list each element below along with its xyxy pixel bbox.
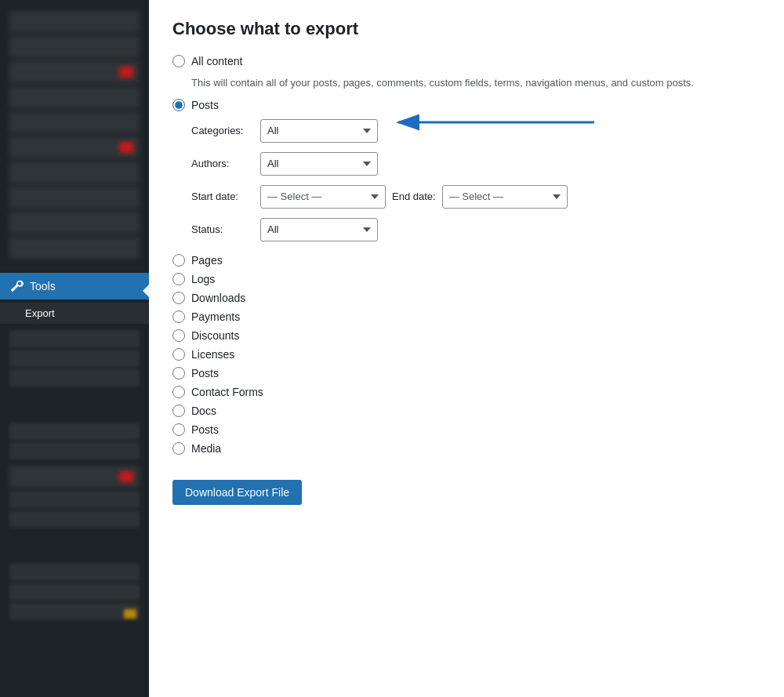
docs-label[interactable]: Docs bbox=[191, 405, 216, 417]
wrench-icon bbox=[9, 279, 24, 293]
sidebar-menu-items bbox=[0, 0, 149, 270]
categories-row: Categories: All bbox=[191, 119, 760, 143]
radio-licenses-input[interactable] bbox=[172, 348, 185, 361]
radio-contact-forms-input[interactable] bbox=[172, 386, 185, 398]
sidebar-blur-b4 bbox=[9, 423, 140, 440]
sidebar-blur-10 bbox=[9, 237, 140, 259]
page-title: Choose what to export bbox=[172, 19, 760, 39]
radio-posts2-input[interactable] bbox=[172, 367, 185, 379]
radio-pages-input[interactable] bbox=[172, 254, 185, 267]
sidebar-blur-4 bbox=[9, 86, 140, 108]
radio-posts3-input[interactable] bbox=[172, 423, 185, 436]
sidebar-blur-3 bbox=[9, 61, 140, 83]
radio-all-content-input[interactable] bbox=[172, 55, 185, 67]
sidebar-blur-bottom bbox=[0, 330, 149, 620]
licenses-label[interactable]: Licenses bbox=[191, 348, 234, 361]
radio-logs-input[interactable] bbox=[172, 273, 185, 285]
sidebar-blur-b6 bbox=[9, 466, 140, 488]
authors-row: Authors: All bbox=[191, 152, 760, 176]
radio-licenses[interactable]: Licenses bbox=[172, 348, 760, 361]
sidebar-blur-b2 bbox=[9, 350, 140, 367]
sidebar-tools-label: Tools bbox=[30, 280, 56, 292]
radio-docs[interactable]: Docs bbox=[172, 405, 760, 417]
start-date-select[interactable]: — Select — bbox=[260, 185, 386, 209]
sidebar-blur-b9 bbox=[9, 564, 140, 581]
payments-label[interactable]: Payments bbox=[191, 310, 240, 323]
logs-label[interactable]: Logs bbox=[191, 273, 215, 285]
posts3-label[interactable]: Posts bbox=[191, 423, 219, 436]
posts-label[interactable]: Posts bbox=[191, 99, 219, 111]
radio-discounts[interactable]: Discounts bbox=[172, 329, 760, 342]
sidebar-blur-b3 bbox=[9, 369, 140, 387]
downloads-label[interactable]: Downloads bbox=[191, 292, 245, 304]
sidebar-blur-5 bbox=[9, 111, 140, 133]
end-date-select[interactable]: — Select — bbox=[442, 185, 568, 209]
radio-pages[interactable]: Pages bbox=[172, 254, 760, 267]
end-date-label: End date: bbox=[392, 191, 436, 202]
sidebar-arrow bbox=[143, 285, 149, 297]
radio-downloads[interactable]: Downloads bbox=[172, 292, 760, 304]
radio-docs-input[interactable] bbox=[172, 405, 185, 417]
sidebar-blur-b5 bbox=[9, 442, 140, 459]
sidebar-blur-9 bbox=[9, 212, 140, 234]
all-content-label[interactable]: All content bbox=[191, 55, 242, 67]
radio-posts-3[interactable]: Posts bbox=[172, 423, 760, 436]
radio-downloads-input[interactable] bbox=[172, 292, 185, 304]
sidebar-blur-b7 bbox=[9, 491, 140, 508]
sidebar-blur-6 bbox=[9, 136, 140, 158]
start-date-label: Start date: bbox=[191, 191, 254, 202]
radio-posts-selected[interactable]: Posts bbox=[172, 99, 760, 111]
sidebar-blur-1 bbox=[9, 11, 140, 33]
radio-media-input[interactable] bbox=[172, 442, 185, 455]
posts2-label[interactable]: Posts bbox=[191, 367, 219, 379]
status-select[interactable]: All bbox=[260, 218, 378, 241]
radio-logs[interactable]: Logs bbox=[172, 273, 760, 285]
authors-select[interactable]: All bbox=[260, 152, 378, 176]
contact-forms-label[interactable]: Contact Forms bbox=[191, 386, 263, 398]
all-content-desc: This will contain all of your posts, pag… bbox=[191, 75, 760, 91]
status-row: Status: All bbox=[191, 218, 760, 241]
categories-select[interactable]: All bbox=[260, 119, 378, 143]
sidebar-item-tools[interactable]: Tools bbox=[0, 273, 149, 299]
radio-payments-input[interactable] bbox=[172, 310, 185, 323]
sidebar-export-text: Export bbox=[25, 307, 55, 319]
pages-label[interactable]: Pages bbox=[191, 254, 223, 267]
radio-posts-input[interactable] bbox=[172, 99, 185, 111]
sidebar-blur-8 bbox=[9, 187, 140, 209]
posts-options: Categories: All Authors: All Start date: bbox=[191, 119, 760, 241]
media-label[interactable]: Media bbox=[191, 442, 221, 455]
sidebar: Tools Export bbox=[0, 0, 149, 697]
radio-all-content[interactable]: All content bbox=[172, 55, 760, 67]
sidebar-blur-b10 bbox=[9, 583, 140, 601]
radio-discounts-input[interactable] bbox=[172, 329, 185, 342]
sidebar-item-export[interactable]: Export bbox=[0, 303, 149, 324]
radio-list: Pages Logs Downloads Payments bbox=[172, 254, 760, 455]
sidebar-blur-b1 bbox=[9, 330, 140, 347]
discounts-label[interactable]: Discounts bbox=[191, 329, 239, 342]
sidebar-blur-2 bbox=[9, 36, 140, 58]
download-export-button[interactable]: Download Export File bbox=[172, 480, 302, 505]
radio-media[interactable]: Media bbox=[172, 442, 760, 455]
authors-label: Authors: bbox=[191, 158, 254, 169]
radio-contact-forms[interactable]: Contact Forms bbox=[172, 386, 760, 398]
sidebar-blur-7 bbox=[9, 162, 140, 183]
main-content: Choose what to export All content This w… bbox=[149, 0, 784, 697]
date-row: Start date: — Select — End date: — Selec… bbox=[191, 185, 760, 209]
categories-label: Categories: bbox=[191, 125, 254, 136]
sidebar-blur-b8 bbox=[9, 510, 140, 528]
radio-payments[interactable]: Payments bbox=[172, 310, 760, 323]
status-label: Status: bbox=[191, 223, 254, 235]
radio-posts-2[interactable]: Posts bbox=[172, 367, 760, 379]
export-form: Choose what to export All content This w… bbox=[172, 19, 760, 505]
